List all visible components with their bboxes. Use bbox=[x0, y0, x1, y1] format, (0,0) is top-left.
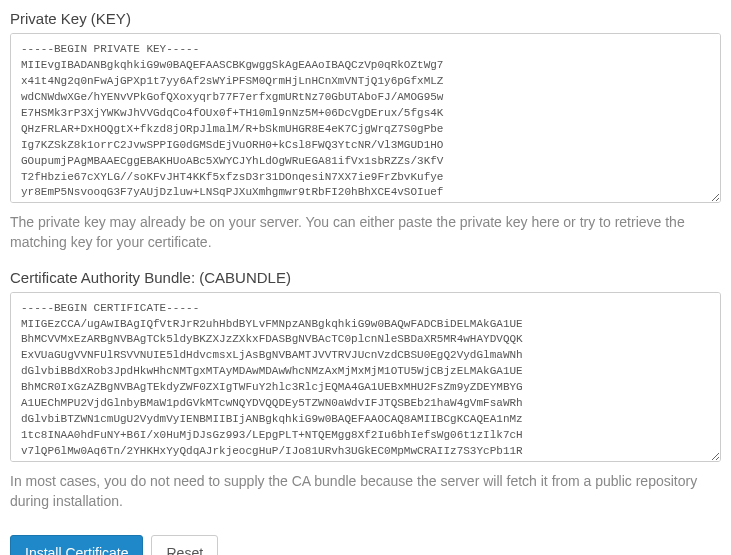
cabundle-label: Certificate Authority Bundle: (CABUNDLE) bbox=[10, 269, 721, 286]
install-certificate-button[interactable]: Install Certificate bbox=[10, 535, 143, 555]
cabundle-textarea[interactable] bbox=[10, 292, 721, 462]
button-row: Install Certificate Reset bbox=[10, 535, 721, 555]
cabundle-help-text: In most cases, you do not need to supply… bbox=[10, 471, 721, 512]
private-key-textarea[interactable] bbox=[10, 33, 721, 203]
reset-button[interactable]: Reset bbox=[151, 535, 218, 555]
private-key-help-text: The private key may already be on your s… bbox=[10, 212, 721, 253]
private-key-label: Private Key (KEY) bbox=[10, 10, 721, 27]
